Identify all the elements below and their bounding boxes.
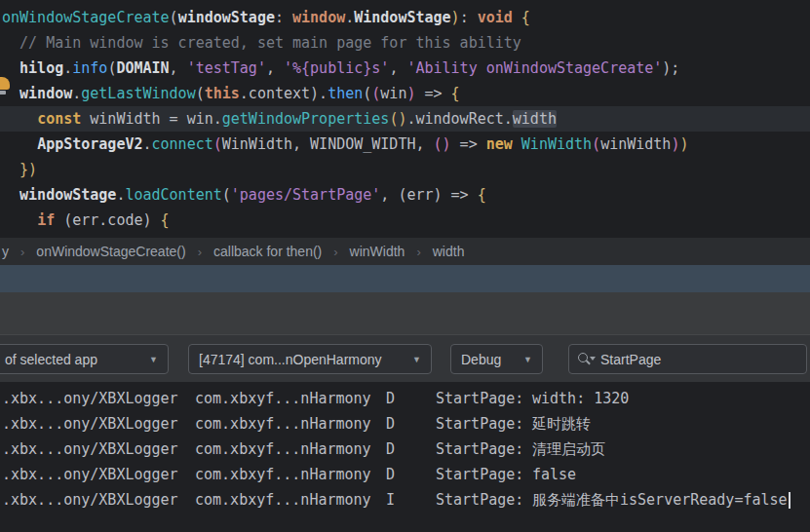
chevron-down-icon: ▼ [149, 355, 158, 364]
log-row[interactable]: .xbx...ony/XBXLogger com.xbxyf...nHarmon… [0, 462, 810, 487]
log-row[interactable]: .xbx...ony/XBXLogger com.xbxyf...nHarmon… [0, 411, 810, 437]
log-output[interactable]: .xbx...ony/XBXLogger com.xbxyf...nHarmon… [0, 382, 810, 532]
log-tag: StartPage: [436, 462, 532, 487]
log-level: D [386, 462, 436, 487]
panel-divider-band [0, 265, 810, 292]
log-level: D [386, 411, 436, 437]
log-level: D [386, 386, 436, 411]
chevron-down-icon: ▼ [412, 355, 421, 364]
code-line[interactable]: // Main window is created, set main page… [0, 30, 810, 56]
chevron-right-icon: › [20, 245, 24, 259]
log-logger: .xbx...ony/XBXLogger [2, 462, 195, 487]
log-level-label: Debug [461, 352, 501, 367]
log-logger: .xbx...ony/XBXLogger [2, 437, 195, 462]
code-editor[interactable]: onWindowStageCreate(windowStage: window.… [0, 0, 810, 238]
log-message-text: 服务端准备中isServerReady=false [532, 487, 788, 513]
log-package: com.xbxyf...nHarmony [195, 487, 386, 513]
toolwindow-header-band [0, 292, 810, 334]
breadcrumb-item[interactable]: width [433, 244, 465, 259]
log-scope-dropdown[interactable]: of selected app ▼ [0, 344, 169, 374]
chevron-right-icon: › [416, 245, 420, 259]
log-scope-label: of selected app [5, 352, 97, 367]
breadcrumb-item[interactable]: y [2, 244, 9, 259]
log-message: 清理启动页 [532, 437, 810, 462]
text-caret [789, 492, 791, 509]
log-search-value: StartPage [600, 352, 661, 367]
log-logger: .xbx...ony/XBXLogger [2, 411, 195, 437]
code-line[interactable]: if (err.code) { [0, 208, 810, 233]
log-message: width: 1320 [532, 386, 810, 411]
breadcrumb: y › onWindowStageCreate() › callback for… [0, 238, 810, 265]
log-tag: StartPage: [436, 386, 532, 411]
log-row[interactable]: .xbx...ony/XBXLogger com.xbxyf...nHarmon… [0, 437, 810, 462]
code-line[interactable]: AppStorageV2.connect(WinWidth, WINDOW_WI… [0, 132, 810, 157]
log-message: false [532, 462, 810, 487]
code-line[interactable]: }) [0, 157, 810, 182]
breadcrumb-item[interactable]: callback for then() [213, 244, 322, 259]
code-line[interactable]: windowStage.loadContent('pages/StartPage… [0, 182, 810, 208]
log-tag: StartPage: [436, 437, 532, 462]
chevron-down-icon: ▼ [523, 355, 532, 364]
code-line[interactable]: hilog.info(DOMAIN, 'testTag', '%{public}… [0, 56, 810, 81]
log-row[interactable]: .xbx...ony/XBXLogger com.xbxyf...nHarmon… [0, 487, 810, 513]
chevron-right-icon: › [333, 245, 337, 259]
log-level: D [386, 437, 436, 462]
log-package: com.xbxyf...nHarmony [195, 462, 386, 487]
log-package: com.xbxyf...nHarmony [195, 437, 386, 462]
log-message: 服务端准备中isServerReady=false [532, 487, 810, 513]
log-level: I [386, 487, 436, 513]
search-icon[interactable] [577, 352, 593, 367]
process-dropdown[interactable]: [47174] com...nOpenHarmony ▼ [188, 344, 432, 374]
log-logger: .xbx...ony/XBXLogger [2, 386, 195, 411]
process-label: [47174] com...nOpenHarmony [199, 352, 382, 367]
log-logger: .xbx...ony/XBXLogger [2, 487, 195, 513]
log-row[interactable]: .xbx...ony/XBXLogger com.xbxyf...nHarmon… [0, 386, 810, 411]
log-search-input[interactable]: StartPage [568, 344, 807, 374]
log-tag: StartPage: [436, 487, 532, 513]
log-package: com.xbxyf...nHarmony [195, 411, 386, 437]
log-level-dropdown[interactable]: Debug ▼ [450, 344, 543, 374]
breadcrumb-item[interactable]: onWindowStageCreate() [36, 244, 185, 259]
breadcrumb-item[interactable]: winWidth [350, 244, 405, 259]
code-line-current[interactable]: const winWidth = win.getWindowProperties… [0, 106, 810, 132]
code-line[interactable]: onWindowStageCreate(windowStage: window.… [0, 5, 810, 30]
log-message: 延时跳转 [532, 411, 810, 437]
log-package: com.xbxyf...nHarmony [195, 386, 386, 411]
log-toolbar: of selected app ▼ [47174] com...nOpenHar… [0, 334, 810, 382]
code-line[interactable]: window.getLastWindow(this.context).then(… [0, 81, 810, 106]
chevron-right-icon: › [198, 245, 202, 259]
log-tag: StartPage: [436, 411, 532, 437]
